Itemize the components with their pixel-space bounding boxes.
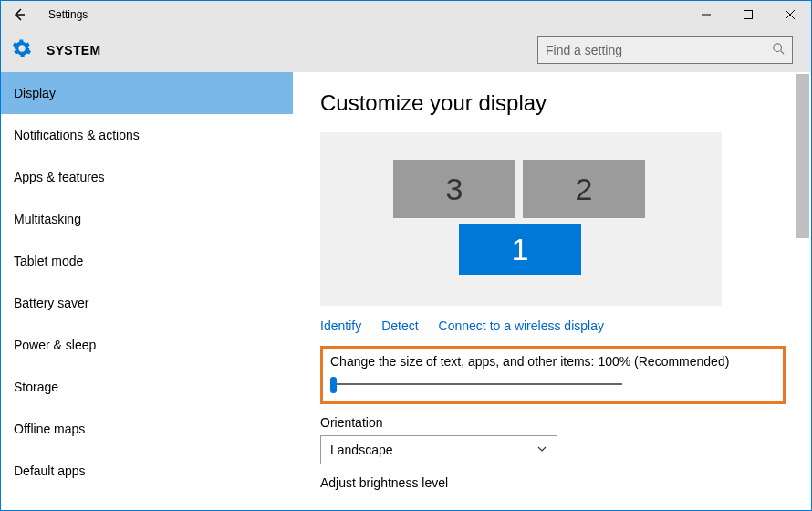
monitor-3[interactable]: 3: [393, 160, 515, 218]
search-box[interactable]: [537, 36, 793, 64]
search-input[interactable]: [546, 43, 772, 57]
detect-link[interactable]: Detect: [381, 318, 418, 333]
minimize-button[interactable]: [685, 1, 727, 28]
svg-point-5: [774, 44, 782, 52]
chevron-down-icon: [536, 443, 547, 457]
sidebar-item-power-sleep[interactable]: Power & sleep: [1, 324, 293, 366]
back-button[interactable]: [1, 1, 37, 28]
titlebar: Settings: [1, 1, 811, 28]
monitor-2[interactable]: 2: [523, 160, 645, 218]
gear-icon: [12, 38, 32, 62]
close-button[interactable]: [769, 1, 811, 28]
identify-link[interactable]: Identify: [320, 318, 361, 333]
maximize-button[interactable]: [727, 1, 769, 28]
orientation-value: Landscape: [330, 443, 393, 457]
close-icon: [786, 10, 795, 19]
search-icon: [772, 42, 785, 58]
section-label: SYSTEM: [47, 43, 100, 57]
arrow-left-icon: [12, 7, 26, 22]
scale-highlight-box: Change the size of text, apps, and other…: [320, 346, 786, 404]
display-arrangement[interactable]: 3 2 1: [320, 132, 722, 306]
sidebar-item-default-apps[interactable]: Default apps: [1, 450, 293, 492]
sidebar: Display Notifications & actions Apps & f…: [1, 72, 293, 511]
connect-wireless-link[interactable]: Connect to a wireless display: [439, 318, 604, 333]
sidebar-item-tablet-mode[interactable]: Tablet mode: [1, 240, 293, 282]
page-title: Customize your display: [320, 90, 784, 116]
svg-rect-2: [744, 11, 753, 19]
orientation-select[interactable]: Landscape: [320, 435, 557, 464]
brightness-label: Adjust brightness level: [320, 475, 784, 490]
svg-line-6: [781, 51, 785, 55]
sidebar-item-notifications[interactable]: Notifications & actions: [1, 114, 293, 156]
main-content: Customize your display 3 2 1 Identify De…: [293, 72, 811, 511]
sidebar-item-storage[interactable]: Storage: [1, 366, 293, 408]
display-links: Identify Detect Connect to a wireless di…: [320, 318, 784, 333]
scrollbar-thumb[interactable]: [796, 74, 809, 238]
sidebar-item-multitasking[interactable]: Multitasking: [1, 198, 293, 240]
sidebar-item-offline-maps[interactable]: Offline maps: [1, 408, 293, 450]
window-controls: [685, 1, 811, 28]
maximize-icon: [744, 10, 753, 19]
minimize-icon: [702, 10, 711, 19]
orientation-label: Orientation: [320, 415, 784, 430]
scale-slider[interactable]: [330, 376, 622, 392]
scrollbar[interactable]: [796, 74, 809, 510]
slider-track: [336, 383, 622, 385]
sidebar-item-display[interactable]: Display: [1, 72, 293, 114]
window-title: Settings: [48, 8, 88, 21]
monitor-1[interactable]: 1: [459, 224, 581, 275]
sidebar-item-battery-saver[interactable]: Battery saver: [1, 282, 293, 324]
header: SYSTEM: [1, 28, 811, 72]
slider-thumb[interactable]: [330, 377, 337, 393]
sidebar-item-apps-features[interactable]: Apps & features: [1, 156, 293, 198]
scale-label: Change the size of text, apps, and other…: [330, 354, 776, 369]
